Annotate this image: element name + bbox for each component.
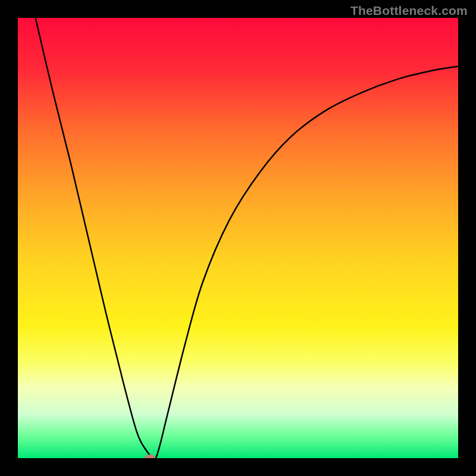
watermark-text: TheBottleneck.com xyxy=(350,4,468,18)
curve-layer xyxy=(18,18,458,458)
minimum-marker xyxy=(145,455,155,458)
chart-frame: TheBottleneck.com xyxy=(0,0,476,476)
plot-area xyxy=(18,18,458,458)
bottleneck-curve xyxy=(36,18,458,458)
